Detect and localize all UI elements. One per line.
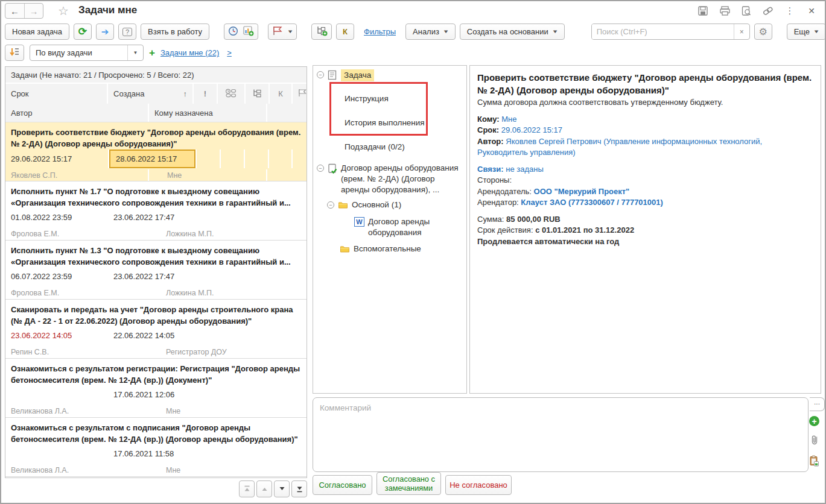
k-toolbar-button[interactable]: К <box>336 24 354 40</box>
lessor-value[interactable]: ООО "Меркурий Проект" <box>534 187 630 196</box>
take-to-work-button[interactable]: Взять в работу <box>141 24 209 40</box>
search-clear-icon[interactable]: × <box>734 24 749 39</box>
due-label: Срок: <box>477 125 499 134</box>
tree-node-history[interactable]: История выполнения <box>345 118 463 128</box>
search-input[interactable] <box>592 24 734 39</box>
flag-dropdown-button[interactable]: ▼ <box>268 24 297 40</box>
save-icon[interactable] <box>697 5 709 17</box>
print-icon[interactable] <box>719 5 731 17</box>
author-value[interactable]: Яковлев Сергей Петрович (Управление инфо… <box>477 137 762 157</box>
filters-link[interactable]: Фильтры <box>364 27 396 36</box>
tree-node-folder-aux[interactable]: Вспомогательные <box>340 244 463 256</box>
tree-structure-button[interactable] <box>311 24 332 40</box>
task-structure-panel: − Задача Инструкция История выполнения П… <box>313 65 467 394</box>
time-report-group-button[interactable] <box>224 24 258 40</box>
analysis-label: Анализ <box>413 27 439 36</box>
group-by-select[interactable]: По виду задачи ▼ <box>30 45 144 61</box>
favorite-star-icon[interactable]: ☆ <box>58 4 69 18</box>
approve-button[interactable]: Согласовано <box>313 475 372 495</box>
column-flag[interactable] <box>293 84 307 104</box>
task-row[interactable]: Ознакомиться с результатом регистрации: … <box>5 359 307 418</box>
analysis-dropdown-button[interactable]: Анализ▼ <box>405 24 456 40</box>
to-value[interactable]: Мне <box>501 115 516 124</box>
next-view-link[interactable]: > <box>227 48 232 57</box>
comment-expand-button[interactable]: ... <box>810 397 825 411</box>
go-prev-button[interactable] <box>256 480 272 497</box>
reject-button[interactable]: Не согласовано <box>445 475 512 495</box>
back-button[interactable]: ← <box>5 4 24 18</box>
task-created-date-selected-cell[interactable]: 28.06.2022 15:17 <box>109 150 195 168</box>
title-bar: ← → ☆ Задачи мне ⋮ ✕ <box>0 0 826 22</box>
column-assignee[interactable]: Кому назначена <box>149 104 266 122</box>
task-row[interactable]: Проверить соответствие бюджету "Договор … <box>5 122 307 181</box>
forward-button[interactable]: → <box>24 4 43 18</box>
links-value[interactable]: не заданы <box>506 165 544 174</box>
column-control[interactable]: К <box>270 84 291 104</box>
column-status[interactable] <box>218 84 244 104</box>
go-last-button[interactable] <box>291 480 307 497</box>
more-dropdown-button[interactable]: Еще▼ <box>787 24 826 40</box>
settings-gear-button[interactable]: ⚙ <box>754 24 772 40</box>
comment-input[interactable] <box>313 397 809 472</box>
task-details-panel: Проверить соответствие бюджету "Договор … <box>469 65 821 394</box>
task-assignee: Ложкина М.П. <box>166 230 214 238</box>
column-header-row-1: Срок Создана ↑ ! К <box>5 84 307 104</box>
link-icon[interactable] <box>762 5 774 17</box>
column-created[interactable]: Создана ↑ <box>108 84 192 104</box>
column-author[interactable]: Автор <box>5 104 148 122</box>
caret-down-icon: ▼ <box>127 45 143 60</box>
tree-node-folder-main-label: Основной (1) <box>352 200 401 210</box>
task-row[interactable]: Исполнить пункт № 1.3 "О подготовке к вы… <box>5 241 307 300</box>
task-row[interactable]: Сканировать и передать на учет "Договор … <box>5 300 307 359</box>
redirect-button[interactable]: ➔ <box>96 24 114 40</box>
go-next-button[interactable] <box>274 480 290 497</box>
task-due-date: 29.06.2022 15:17 <box>5 150 108 168</box>
question-button[interactable]: ? <box>118 24 136 40</box>
question-bubble-icon: ? <box>122 28 132 36</box>
lessor-label: Арендодатель: <box>477 187 532 196</box>
tree-node-instruction[interactable]: Инструкция <box>345 93 463 104</box>
tree-node-document[interactable]: − Договор аренды оборудования (врем. № 2… <box>317 163 463 195</box>
preview-search-icon[interactable] <box>740 5 752 17</box>
add-view-plus-icon[interactable]: + <box>149 47 155 59</box>
tree-node-word-file-label: Договор аренды оборудования <box>368 216 459 238</box>
lessee-value[interactable]: Клауст ЗАО (7773300607 / 777701001) <box>521 198 663 207</box>
column-subtasks[interactable] <box>246 84 268 104</box>
refresh-button[interactable]: ⟳ <box>74 24 92 40</box>
paperclip-icon[interactable] <box>810 434 819 447</box>
create-based-on-dropdown-button[interactable]: Создать на основании▼ <box>460 24 565 40</box>
approve-with-remarks-button[interactable]: Согласовано с замечаниями <box>376 472 441 495</box>
more-menu-icon[interactable]: ⋮ <box>784 5 796 17</box>
task-author: Великанова Л.А. <box>11 407 69 415</box>
tree-node-folder-main[interactable]: − Основной (1) <box>327 200 463 212</box>
validity-label: Срок действия: <box>477 225 533 235</box>
tree-node-word-file[interactable]: W Договор аренды оборудования <box>354 216 463 238</box>
task-row[interactable]: Исполнить пункт № 1.7 "О подготовке к вы… <box>5 181 307 241</box>
search-box: × <box>591 24 750 40</box>
main-toolbar: Новая задача ⟳ ➔ ? Взять в работу ▼ К Фи… <box>5 24 826 40</box>
flag-column-icon <box>297 89 307 99</box>
go-first-button[interactable] <box>239 480 255 497</box>
paste-clipboard-icon[interactable] <box>809 455 819 468</box>
task-title: Сканировать и передать на учет "Договор … <box>5 300 307 327</box>
links-label[interactable]: Связи: <box>477 165 504 174</box>
column-header-row-2: Автор Кому назначена <box>5 104 307 122</box>
column-blank <box>267 104 307 122</box>
new-task-button[interactable]: Новая задача <box>5 24 69 40</box>
close-icon[interactable]: ✕ <box>805 5 818 17</box>
sort-order-button[interactable] <box>5 45 24 61</box>
tree-node-subtasks[interactable]: Подзадачи (0/2) <box>345 142 463 153</box>
tasks-view-link[interactable]: Задачи мне (22) <box>160 48 219 57</box>
column-importance[interactable]: ! <box>194 84 217 104</box>
details-prolong-line: Продлевается автоматически на год <box>477 236 813 248</box>
collapse-icon[interactable]: − <box>327 201 334 209</box>
collapse-icon[interactable]: − <box>317 165 324 172</box>
details-parties-label: Стороны: <box>477 175 813 186</box>
tree-node-task[interactable]: − Задача <box>317 69 463 83</box>
collapse-icon[interactable]: − <box>317 71 324 78</box>
add-attachment-icon[interactable]: + <box>809 416 819 426</box>
column-due[interactable]: Срок <box>5 84 107 104</box>
task-due-date: 06.07.2022 23:59 <box>11 272 72 281</box>
task-row[interactable]: Ознакомиться с результатом с подписания … <box>5 418 307 477</box>
task-author: Фролова Е.М. <box>11 230 59 238</box>
